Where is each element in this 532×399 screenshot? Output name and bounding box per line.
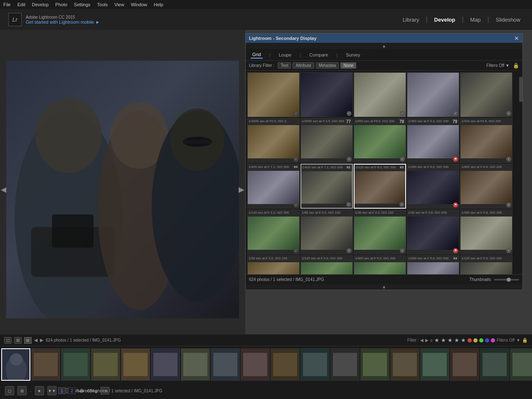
sec-tab-loupe[interactable]: Loupe — [277, 52, 293, 58]
menu-window[interactable]: Window — [131, 2, 147, 7]
view-single-icon[interactable]: ◻ — [5, 386, 14, 395]
filters-off-dropdown[interactable]: Filters Off ▼ — [486, 63, 510, 68]
menu-file[interactable]: File — [3, 2, 11, 7]
page-2[interactable]: 2 — [68, 387, 76, 394]
photo-grid[interactable]: ✓ ✓ ✓ ✓ ✓ — [246, 71, 522, 274]
grid-cell-portrait[interactable]: 1/320 sec at f/3.5, ISO 200 ✓ — [460, 118, 512, 163]
filmstrip-view-single[interactable]: ◻ — [4, 337, 12, 344]
secondary-scroll-up[interactable]: ▲ — [246, 43, 522, 49]
film-thumb-18[interactable] — [510, 348, 532, 381]
star-1[interactable]: ★ — [434, 337, 439, 343]
film-thumb-6[interactable] — [151, 348, 180, 381]
film-thumb-12[interactable] — [330, 348, 360, 381]
arrow-right-icon[interactable]: ▶ — [425, 338, 429, 342]
color-filter-purple[interactable] — [491, 338, 495, 342]
film-thumb-7[interactable] — [181, 348, 210, 381]
filmstrip-arrow-next[interactable]: ▶ — [40, 337, 43, 343]
film-thumb-2[interactable] — [31, 348, 60, 381]
thumbnail-size-slider[interactable] — [494, 279, 519, 281]
menu-develop[interactable]: Develop — [32, 2, 49, 7]
grid-cell-78[interactable]: 1/650 sec at f/9.0, ISO 200 78 ✓ — [354, 118, 406, 163]
film-thumb-13[interactable] — [360, 348, 389, 381]
filter-metadata-btn[interactable]: Metadata — [316, 62, 339, 69]
grid-cell-outdoor1[interactable]: 1/120 sec at f/ 3.2, ISO 200 ✓ — [247, 209, 300, 254]
grid-cell-outdoor3[interactable]: 1/125 sec at f/ 5.0, ISO 200 — [300, 255, 353, 274]
secondary-scrollbar[interactable] — [519, 64, 522, 268]
grid-cell-warm2[interactable]: 1/30 sec at f/ 3.0, ISO 100 — [247, 255, 300, 274]
menu-tools[interactable]: Tools — [97, 2, 108, 7]
grid-cell-77a[interactable]: 1/2000 sec at f/3.5, ISO 2... ✓ — [247, 118, 300, 163]
grid-cell[interactable]: ✓ — [247, 72, 300, 117]
filter-lock-icon[interactable]: 🔒 — [513, 63, 519, 69]
grid-cell-82[interactable]: 1/420 sec at f/ 7.1, ISO 200 82 ✓ — [300, 164, 353, 209]
film-thumb-4[interactable] — [91, 348, 120, 381]
film-thumb-17[interactable] — [480, 348, 509, 381]
grid-cell-street3[interactable]: 1/125 sec at f/ 5.0, ISO 200 — [460, 255, 512, 274]
menu-photo[interactable]: Photo — [55, 2, 67, 7]
star-5[interactable]: ★ — [461, 337, 466, 343]
star-4[interactable]: ★ — [454, 337, 459, 343]
filmstrip-view-grid-small[interactable]: ⊞ — [14, 337, 22, 344]
sec-tab-survey[interactable]: Survey — [344, 52, 362, 58]
page-nav-arrows[interactable]: ◀▶ — [78, 389, 85, 393]
film-thumb-16[interactable] — [450, 348, 479, 381]
rating-filter-number[interactable]: ≥ — [430, 338, 433, 342]
grid-cell-portrait2[interactable]: 1/400 sec at f/ 8.0, ISO 200 ✓ — [460, 164, 512, 209]
rating-icon[interactable]: ★ — [35, 386, 44, 395]
sec-tab-compare[interactable]: Compare — [308, 52, 330, 58]
grid-cell-83[interactable]: 1/125 sec at f/ 8.0, ISO 200 83 ✓ — [354, 164, 406, 209]
grid-cell[interactable]: ✓ — [460, 72, 512, 117]
grid-cell-dark2[interactable]: 1/30 sec at f/ 3.6, ISO 200 ⚑ — [407, 209, 459, 254]
film-thumb-5[interactable] — [121, 348, 150, 381]
filmstrip-filter-dropdown[interactable]: ▼ — [516, 338, 520, 342]
film-thumb-10[interactable] — [271, 348, 300, 381]
secondary-close-button[interactable]: ✕ — [514, 35, 519, 42]
color-filter-red[interactable] — [468, 338, 472, 342]
film-thumb-11[interactable] — [300, 348, 330, 381]
filter-text-btn[interactable]: Text — [278, 62, 291, 69]
color-filter-yellow[interactable] — [473, 338, 478, 342]
nav-tab-map[interactable]: Map — [467, 15, 484, 25]
grid-cell-dark[interactable]: 1/160 sec at f/ 8.0, ISO 200 ⚑ — [407, 164, 459, 209]
menu-view[interactable]: View — [114, 2, 124, 7]
rating-dropdown[interactable]: ▼▼ — [47, 386, 57, 395]
color-filter-green[interactable] — [479, 338, 483, 342]
nav-tab-develop[interactable]: Develop — [431, 15, 459, 25]
grid-cell[interactable]: ✓ — [354, 72, 406, 117]
filter-none-btn[interactable]: None — [340, 62, 356, 69]
arrow-left-icon[interactable]: ◀ — [420, 338, 424, 342]
view-grid-icon[interactable]: ⊞ — [17, 386, 27, 395]
film-thumb-8[interactable] — [211, 348, 240, 381]
filter-attribute-btn[interactable]: Attribute — [293, 62, 314, 69]
menu-edit[interactable]: Edit — [17, 2, 25, 7]
film-thumb-1[interactable] — [1, 348, 30, 381]
nav-tab-slideshow[interactable]: Slideshow — [493, 15, 524, 25]
grid-cell-outdoor2[interactable]: 1/20 sec at f/ 3.0, ISO 100 ✓ — [354, 209, 406, 254]
sec-tab-grid[interactable]: Grid — [251, 51, 263, 59]
grid-cell-arch2[interactable]: 1/340 sec at f/ 5.6, ISO 200 84 — [407, 255, 459, 274]
menu-settings[interactable]: Settings — [74, 2, 91, 7]
film-thumb-9[interactable] — [241, 348, 270, 381]
grid-cell[interactable]: ✓ — [407, 72, 459, 117]
next-photo-arrow[interactable]: ▶ — [239, 185, 244, 194]
film-thumb-15[interactable] — [420, 348, 449, 381]
film-thumb-14[interactable] — [390, 348, 419, 381]
menu-help[interactable]: Help — [154, 2, 163, 7]
filmstrip-lock-icon[interactable]: 🔒 — [522, 337, 528, 343]
grid-cell-79[interactable]: 1/350 sec at f/ 6.4, ISO 200 79 ⚑ — [407, 118, 459, 163]
star-3[interactable]: ★ — [448, 337, 453, 343]
film-thumb-3[interactable] — [61, 348, 90, 381]
color-filter-blue[interactable] — [485, 338, 489, 342]
grid-cell-outdoor4[interactable]: 1/400 sec at f/ 5.6, ISO 200 — [354, 255, 406, 274]
grid-cell[interactable]: ✓ — [300, 72, 353, 117]
star-2[interactable]: ★ — [441, 337, 446, 343]
filmstrip-arrow-prev[interactable]: ◀ — [34, 337, 37, 343]
grid-cell-81[interactable]: 1/420 sec at f/ 7.1, ISO 200 84 ✓ — [247, 164, 300, 209]
prev-photo-arrow[interactable]: ◀ — [1, 185, 7, 194]
filmstrip-view-grid-large[interactable]: ⊟ — [24, 337, 32, 344]
filters-off-filmstrip[interactable]: Filters Off — [497, 338, 515, 342]
secondary-scroll-down[interactable]: ▼ — [246, 284, 522, 291]
grid-cell-light[interactable]: 1/160 sec at f/ 5.6, ISO 200 ✓ — [460, 209, 512, 254]
grid-cell-street2[interactable]: 1/60 sec at f/ 5.0, ISO 100 ✓ — [300, 209, 353, 254]
page-1[interactable]: 1 — [58, 387, 66, 394]
